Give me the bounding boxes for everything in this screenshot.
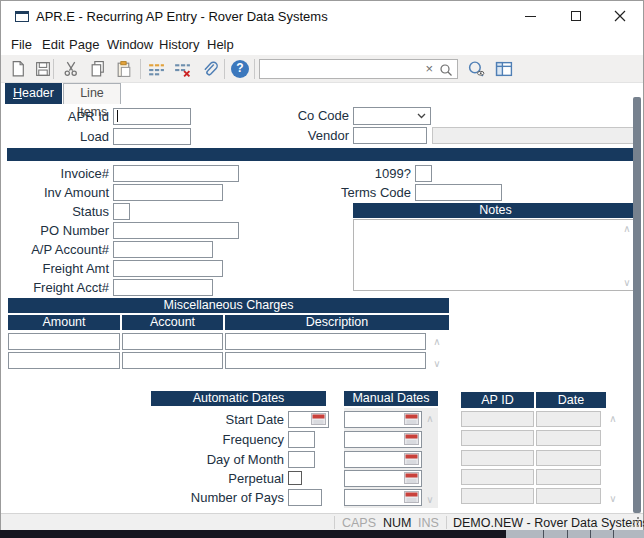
status-separator xyxy=(334,516,335,529)
search-icon[interactable] xyxy=(439,63,453,77)
misc-account-input-row2[interactable] xyxy=(122,352,223,369)
tab-header[interactable]: Header xyxy=(5,83,62,104)
notes-scroll-down-icon[interactable]: ∨ xyxy=(620,277,634,288)
new-document-icon[interactable] xyxy=(9,60,27,78)
status-context: DEMO.NEW - Rover Data Systems xyxy=(453,516,644,530)
misc-charges-col-description: Description xyxy=(225,315,449,330)
po-number-label: PO Number xyxy=(1,222,109,239)
vendor-input[interactable] xyxy=(353,127,427,144)
menu-page[interactable]: Page xyxy=(66,35,102,54)
search-input[interactable] xyxy=(262,61,427,77)
misc-amount-input-row1[interactable] xyxy=(8,333,120,350)
minimize-button[interactable] xyxy=(507,1,553,31)
vendor-label: Vendor xyxy=(241,127,349,144)
ap-date-cell-row3 xyxy=(536,450,601,466)
terms-code-label: Terms Code xyxy=(331,184,411,201)
invoice-input[interactable] xyxy=(113,165,239,182)
window-vertical-scrollbar[interactable] xyxy=(633,97,641,513)
status-bar: CAPS NUM INS DEMO.NEW - Rover Data Syste… xyxy=(1,513,643,531)
toolbar-search-box: × xyxy=(259,59,458,79)
ap-id-cell-row3 xyxy=(461,450,534,466)
co-code-label: Co Code xyxy=(241,107,349,124)
freight-amt-input[interactable] xyxy=(113,260,223,277)
maximize-icon xyxy=(571,11,581,21)
inv-amount-input[interactable] xyxy=(113,184,223,201)
misc-description-input-row2[interactable] xyxy=(225,352,426,369)
title-bar[interactable]: APR.E - Recurring AP Entry - Rover Data … xyxy=(1,1,643,31)
background-window-strip xyxy=(0,530,506,538)
misc-scroll-down-icon[interactable]: ∨ xyxy=(430,358,444,369)
ap-account-input[interactable] xyxy=(113,241,213,258)
paste-icon[interactable] xyxy=(115,60,133,78)
po-number-input[interactable] xyxy=(113,222,239,239)
perpetual-checkbox[interactable] xyxy=(288,471,302,485)
invoice-label: Invoice# xyxy=(1,165,109,182)
notes-section-title: Notes xyxy=(353,203,638,218)
chevron-down-icon xyxy=(417,113,426,119)
menu-help[interactable]: Help xyxy=(204,35,237,54)
ap-id-cell-row4 xyxy=(461,469,534,485)
apr-id-input[interactable] xyxy=(113,108,191,125)
lookup-icon[interactable] xyxy=(466,60,487,78)
tab-line-items[interactable]: Line Items xyxy=(63,83,121,104)
save-icon[interactable] xyxy=(34,60,52,78)
status-input[interactable] xyxy=(113,203,130,220)
menu-edit[interactable]: Edit xyxy=(39,35,67,54)
misc-account-input-row1[interactable] xyxy=(122,333,223,350)
manual-dates-title: Manual Dates xyxy=(344,391,438,406)
number-of-pays-input[interactable] xyxy=(288,489,322,506)
misc-amount-input-row2[interactable] xyxy=(8,352,120,369)
freight-acct-input[interactable] xyxy=(113,279,213,296)
menu-file[interactable]: File xyxy=(8,35,35,54)
copy-icon[interactable] xyxy=(89,60,107,78)
inv-amount-label: Inv Amount xyxy=(1,184,109,201)
insert-row-icon[interactable] xyxy=(147,60,165,78)
start-date-label: Start Date xyxy=(151,411,284,428)
resize-grip[interactable] xyxy=(637,525,639,527)
calendar-icon[interactable] xyxy=(404,472,419,484)
application-window: APR.E - Recurring AP Entry - Rover Data … xyxy=(0,0,644,530)
load-input[interactable] xyxy=(113,128,191,145)
notes-textarea[interactable] xyxy=(353,219,638,291)
layout-panels-icon[interactable] xyxy=(495,60,513,78)
day-of-month-input[interactable] xyxy=(288,451,315,468)
misc-scroll-up-icon[interactable]: ∧ xyxy=(430,336,444,347)
toolbar-separator xyxy=(224,59,225,79)
menu-bar: File Edit Page Window History Help xyxy=(1,31,643,55)
notes-scroll-up-icon[interactable]: ∧ xyxy=(620,223,634,234)
cut-icon[interactable] xyxy=(62,60,80,78)
maximize-button[interactable] xyxy=(553,1,599,31)
background-window-strip xyxy=(506,530,644,538)
calendar-icon[interactable] xyxy=(311,413,326,425)
status-separator xyxy=(446,516,447,529)
manual-dates-scroll-down-icon[interactable]: ∨ xyxy=(423,494,437,505)
background-tick xyxy=(590,530,591,538)
close-button[interactable] xyxy=(597,1,643,31)
1099-input[interactable] xyxy=(415,165,432,182)
menu-history[interactable]: History xyxy=(156,35,202,54)
help-button[interactable]: ? xyxy=(231,60,249,78)
calendar-icon[interactable] xyxy=(404,433,419,445)
calendar-icon[interactable] xyxy=(404,491,419,503)
menu-window[interactable]: Window xyxy=(104,35,156,54)
frequency-input[interactable] xyxy=(288,431,315,448)
attachment-icon[interactable] xyxy=(200,60,218,78)
manual-dates-scroll-up-icon[interactable]: ∧ xyxy=(423,413,437,424)
frequency-label: Frequency xyxy=(151,431,284,448)
calendar-icon[interactable] xyxy=(404,453,419,465)
ap-schedule-scroll-down-icon[interactable]: ∨ xyxy=(606,493,620,504)
terms-code-input[interactable] xyxy=(415,184,502,201)
caps-indicator: CAPS xyxy=(342,516,376,530)
toolbar-separator xyxy=(254,59,255,79)
number-of-pays-label: Number of Pays xyxy=(151,489,284,506)
ap-schedule-scroll-up-icon[interactable]: ∧ xyxy=(606,413,620,424)
calendar-icon[interactable] xyxy=(404,413,419,425)
freight-amt-label: Freight Amt xyxy=(1,260,109,277)
search-clear-icon[interactable]: × xyxy=(425,61,433,76)
automatic-dates-title: Automatic Dates xyxy=(151,391,326,406)
ap-date-cell-row2 xyxy=(536,430,601,446)
misc-description-input-row1[interactable] xyxy=(225,333,426,350)
co-code-select[interactable] xyxy=(353,107,431,125)
delete-row-icon[interactable] xyxy=(173,60,191,78)
freight-acct-label: Freight Acct# xyxy=(1,279,109,296)
